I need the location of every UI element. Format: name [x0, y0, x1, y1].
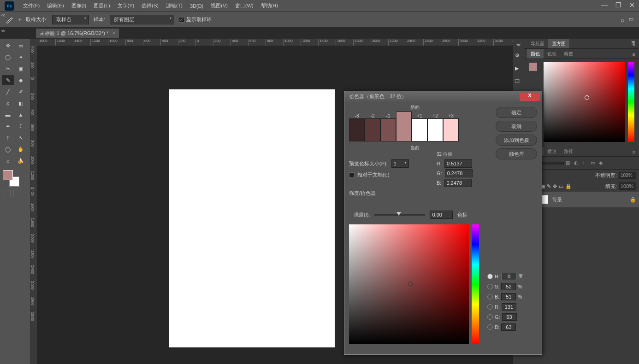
zoom-tool[interactable]: ⌕: [2, 156, 14, 166]
close-button[interactable]: ✕: [625, 1, 639, 11]
r-input[interactable]: [502, 303, 516, 311]
restore-button[interactable]: ❐: [611, 1, 625, 11]
menu-filter[interactable]: 滤镜(T): [162, 2, 186, 9]
pen-tool[interactable]: ✒: [2, 121, 14, 131]
menu-layer[interactable]: 图层(L): [90, 2, 113, 9]
banana-tool[interactable]: 🍌: [15, 156, 27, 166]
tab-histogram[interactable]: 直方图: [548, 39, 569, 48]
document-tab[interactable]: 未标题-1 @ 16.7%(RGB/32*) * ×: [36, 29, 119, 38]
menu-3d[interactable]: 3D(D): [186, 3, 207, 9]
lasso-tool[interactable]: ◯: [2, 52, 14, 62]
s-radio[interactable]: [487, 284, 493, 289]
preview-size-select[interactable]: 1▼: [391, 159, 409, 168]
minimize-button[interactable]: —: [598, 1, 611, 11]
b-radio[interactable]: [487, 324, 493, 330]
add-swatch-button[interactable]: 添加到色板: [496, 135, 537, 146]
slice-tool[interactable]: ▣: [15, 64, 27, 74]
tab-paths[interactable]: 路径: [560, 147, 577, 156]
collapse-toolbox[interactable]: ≪: [1, 29, 5, 33]
color-field[interactable]: [349, 224, 469, 344]
h-radio[interactable]: [487, 274, 493, 279]
panel-hue-slider[interactable]: [628, 62, 634, 142]
b-input[interactable]: [501, 323, 516, 331]
menu-view[interactable]: 视图(V): [207, 2, 231, 9]
g-input[interactable]: [502, 313, 517, 321]
lock-all-icon[interactable]: 🔒: [565, 183, 572, 189]
r-radio[interactable]: [487, 304, 493, 310]
g-radio[interactable]: [487, 314, 493, 320]
color-library-button[interactable]: 颜色库: [496, 148, 537, 159]
path-tool[interactable]: ⤴: [15, 121, 27, 131]
eyedropper-tool-icon[interactable]: [5, 15, 14, 24]
b-hsb-radio[interactable]: [487, 294, 493, 299]
close-tab-icon[interactable]: ×: [112, 30, 115, 36]
filter-smart-icon[interactable]: ◆: [599, 160, 605, 166]
intensity-slider[interactable]: [374, 214, 425, 216]
show-sampling-ring[interactable]: ✓显示取样环: [179, 16, 212, 23]
cube-icon[interactable]: ❒: [515, 78, 522, 86]
ruler-tool[interactable]: ◆: [15, 75, 27, 85]
magic-wand-tool[interactable]: ✦: [15, 52, 27, 62]
menu-type[interactable]: 文字(Y): [114, 2, 138, 9]
exposure-swatch[interactable]: [380, 118, 396, 141]
workspace-icon[interactable]: ▭: [629, 16, 633, 23]
search-icon[interactable]: ⌕: [621, 16, 624, 23]
panel-color-swatch[interactable]: [529, 63, 537, 71]
tab-channels[interactable]: 通道: [544, 147, 560, 156]
g32-input[interactable]: [445, 169, 473, 177]
quick-mask-icon[interactable]: [4, 190, 11, 197]
menu-edit[interactable]: 编辑(E): [43, 2, 68, 9]
exposure-swatch[interactable]: [396, 112, 412, 141]
tab-swatches[interactable]: 色板: [544, 49, 560, 59]
pencil-tool[interactable]: ✐: [15, 87, 27, 97]
panel-menu-icon[interactable]: ≡: [629, 148, 639, 156]
direct-select-tool[interactable]: ↖: [15, 133, 27, 143]
ok-button[interactable]: 确定: [496, 107, 537, 118]
relative-checkbox[interactable]: [349, 172, 355, 178]
menu-image[interactable]: 图像(I): [68, 2, 90, 9]
h-input[interactable]: [502, 273, 516, 280]
panel-color-field[interactable]: [544, 62, 625, 142]
shape-tool[interactable]: ◯: [2, 144, 14, 154]
tab-adjust[interactable]: 调整: [560, 49, 577, 59]
fill-input[interactable]: [619, 182, 636, 190]
tab-navigator[interactable]: 导航器: [527, 39, 548, 48]
lock-brush-icon[interactable]: ✎: [547, 183, 551, 189]
exposure-swatch[interactable]: [365, 118, 380, 141]
filter-text-icon[interactable]: T: [582, 160, 589, 166]
b32-input[interactable]: [444, 179, 472, 187]
filter-adjust-icon[interactable]: ◐: [574, 160, 580, 166]
foreground-color-swatch[interactable]: [3, 170, 13, 180]
panel-collapse[interactable]: ≫: [631, 40, 635, 44]
gradient-tool[interactable]: ▬: [2, 110, 14, 120]
exposure-swatch[interactable]: [412, 118, 427, 141]
hue-slider[interactable]: [472, 224, 479, 344]
intensity-input[interactable]: [430, 211, 453, 219]
collapse-right[interactable]: ≪: [516, 42, 521, 47]
lock-move-icon[interactable]: ✥: [553, 183, 557, 189]
tab-color[interactable]: 颜色: [527, 49, 544, 59]
bucket-tool[interactable]: ▲: [15, 110, 27, 120]
b-hsb-input[interactable]: [501, 293, 516, 300]
brush-tool[interactable]: ╱: [2, 87, 14, 97]
marquee-tool[interactable]: ▭: [15, 41, 27, 51]
screen-mode-icon[interactable]: [13, 190, 20, 197]
panel-menu-icon[interactable]: ≡: [629, 50, 639, 59]
canvas[interactable]: [169, 89, 335, 347]
collapse-left[interactable]: ≪: [1, 13, 5, 18]
menu-window[interactable]: 窗口(W): [231, 2, 257, 9]
menu-help[interactable]: 帮助(H): [257, 2, 282, 9]
s-input[interactable]: [501, 283, 516, 290]
presets-icon[interactable]: ⚙: [515, 53, 522, 60]
eraser-tool[interactable]: ◧: [15, 98, 27, 108]
opacity-input[interactable]: [619, 172, 636, 179]
exposure-swatch[interactable]: [443, 118, 459, 141]
eyedropper-tool[interactable]: ✎: [2, 75, 14, 85]
menu-file[interactable]: 文件(F): [19, 2, 43, 9]
lock-artboard-icon[interactable]: ▭: [559, 183, 563, 189]
filter-shape-icon[interactable]: ▭: [591, 160, 597, 166]
crop-tool[interactable]: ✂: [2, 64, 14, 74]
hand-tool[interactable]: ✋: [15, 144, 27, 154]
exposure-swatch[interactable]: [349, 118, 365, 141]
play-icon[interactable]: ▶: [515, 65, 522, 73]
